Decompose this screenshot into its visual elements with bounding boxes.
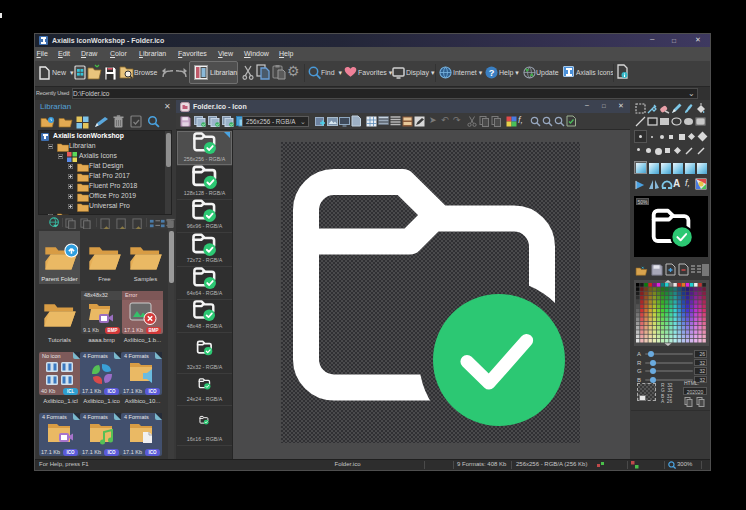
- svg-text:?: ?: [489, 68, 495, 78]
